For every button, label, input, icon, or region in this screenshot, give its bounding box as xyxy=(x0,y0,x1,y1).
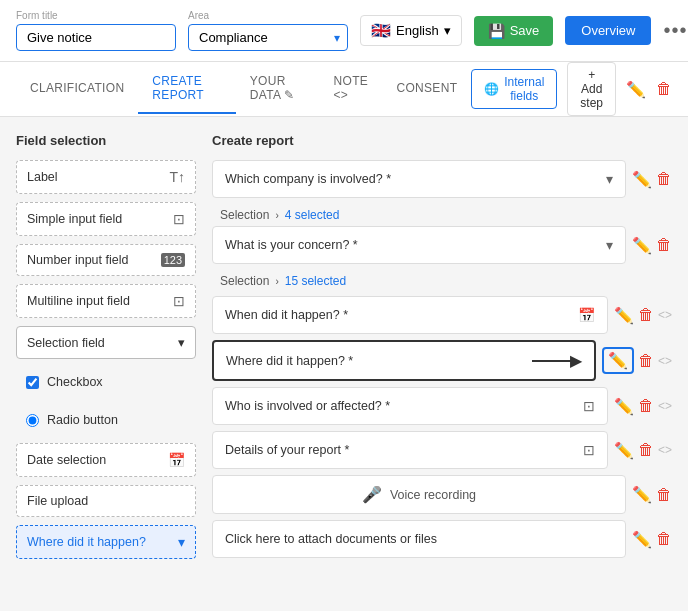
area-label: Area xyxy=(188,10,348,21)
edit-field-5-button[interactable]: ✏️ xyxy=(614,397,634,416)
internal-fields-label: Internal fields xyxy=(504,75,544,103)
code-field-6-button[interactable]: <> xyxy=(658,443,672,457)
report-row-7-actions: ✏️ 🗑 xyxy=(632,485,672,504)
report-field-who[interactable]: Who is involved or affected? * ⊡ xyxy=(212,387,608,425)
create-report-panel: Create report Which company is involved?… xyxy=(212,133,672,611)
report-field-concern[interactable]: What is your concern? * ▾ xyxy=(212,226,626,264)
sidebar-item-date[interactable]: Date selection 📅 xyxy=(16,443,196,477)
nav-right-actions: 🌐 Internal fields + Add step ✏️ 🗑 xyxy=(471,62,672,116)
radio-input[interactable] xyxy=(26,414,39,427)
report-field-voice[interactable]: 🎤 Voice recording xyxy=(212,475,626,514)
report-row-2-actions: ✏️ 🗑 xyxy=(632,236,672,255)
sidebar-item-multiline[interactable]: Multiline input field ⊡ xyxy=(16,284,196,318)
report-field-details[interactable]: Details of your report * ⊡ xyxy=(212,431,608,469)
selection-chevron-icon: ▾ xyxy=(178,335,185,350)
report-row-2: What is your concern? * ▾ ✏️ 🗑 xyxy=(212,226,672,264)
add-step-button[interactable]: + Add step xyxy=(567,62,616,116)
code-field-3-button[interactable]: <> xyxy=(658,308,672,322)
tab-note[interactable]: NOTE <> xyxy=(320,64,383,114)
report-row-3-actions: ✏️ 🗑 <> xyxy=(614,306,672,325)
edit-field-4-button[interactable]: ✏️ xyxy=(602,347,634,374)
delete-field-4-button[interactable]: 🗑 xyxy=(638,352,654,370)
report-row-7: 🎤 Voice recording ✏️ 🗑 xyxy=(212,475,672,514)
report-row-3: When did it happen? * 📅 ✏️ 🗑 <> xyxy=(212,296,672,334)
sidebar-item-selection[interactable]: Selection field ▾ xyxy=(16,326,196,359)
form-title-input[interactable] xyxy=(16,24,176,51)
form-title-group: Form title xyxy=(16,10,176,51)
tab-clarification[interactable]: CLARIFICATION xyxy=(16,71,138,107)
report-row-6-actions: ✏️ 🗑 <> xyxy=(614,441,672,460)
area-group: Area Compliance ▾ xyxy=(188,10,348,51)
nav-edit-button[interactable]: ✏️ xyxy=(626,80,646,99)
create-report-title: Create report xyxy=(212,133,672,148)
delete-field-3-button[interactable]: 🗑 xyxy=(638,306,654,324)
delete-field-2-button[interactable]: 🗑 xyxy=(656,236,672,254)
edit-field-3-button[interactable]: ✏️ xyxy=(614,306,634,325)
selection-label-2: Selection xyxy=(220,274,269,288)
edit-field-6-button[interactable]: ✏️ xyxy=(614,441,634,460)
more-button[interactable]: ••• xyxy=(663,19,687,42)
selection-count-2: 15 selected xyxy=(285,274,346,288)
edit-field-1-button[interactable]: ✏️ xyxy=(632,170,652,189)
tab-your-data[interactable]: YOUR DATA ✎ xyxy=(236,64,320,114)
delete-field-7-button[interactable]: 🗑 xyxy=(656,486,672,504)
report-field-where[interactable]: Where did it happen? * ▶ xyxy=(212,340,596,381)
code-field-5-button[interactable]: <> xyxy=(658,399,672,413)
save-button[interactable]: 💾 Save xyxy=(474,16,554,46)
report-row-6: Details of your report * ⊡ ✏️ 🗑 <> xyxy=(212,431,672,469)
arrow-indicator: ▶ xyxy=(532,351,582,370)
field-selection-title: Field selection xyxy=(16,133,196,148)
selection-count-1: 4 selected xyxy=(285,208,340,222)
language-button[interactable]: 🇬🇧 English ▾ xyxy=(360,15,462,46)
selection-chevron-1: › xyxy=(275,210,278,221)
save-label: Save xyxy=(510,23,540,38)
edit-field-7-button[interactable]: ✏️ xyxy=(632,485,652,504)
edit-field-2-button[interactable]: ✏️ xyxy=(632,236,652,255)
internal-fields-button[interactable]: 🌐 Internal fields xyxy=(471,69,557,109)
report-field-company[interactable]: Which company is involved? * ▾ xyxy=(212,160,626,198)
nav-delete-button[interactable]: 🗑 xyxy=(656,80,672,98)
sidebar-item-number-input[interactable]: Number input field 123 xyxy=(16,244,196,276)
report-row-8: Click here to attach documents or files … xyxy=(212,520,672,558)
report-field-attach[interactable]: Click here to attach documents or files xyxy=(212,520,626,558)
sidebar-item-radio[interactable]: Radio button xyxy=(16,405,196,435)
checkbox-input[interactable] xyxy=(26,376,39,389)
delete-field-8-button[interactable]: 🗑 xyxy=(656,530,672,548)
calendar-icon: 📅 xyxy=(168,452,185,468)
number-icon: 123 xyxy=(161,253,185,267)
sidebar-item-file-upload[interactable]: File upload xyxy=(16,485,196,517)
overview-button[interactable]: Overview xyxy=(565,16,651,45)
text-format-icon: T↑ xyxy=(169,169,185,185)
report-row-5: Who is involved or affected? * ⊡ ✏️ 🗑 <> xyxy=(212,387,672,425)
report-row-4: Where did it happen? * ▶ ✏️ 🗑 <> xyxy=(212,340,672,381)
nav-tabs: CLARIFICATION CREATE REPORT YOUR DATA ✎ … xyxy=(0,62,688,117)
report-field-when[interactable]: When did it happen? * 📅 xyxy=(212,296,608,334)
code-field-4-button[interactable]: <> xyxy=(658,354,672,368)
microphone-icon: 🎤 xyxy=(362,485,382,504)
sidebar-item-label[interactable]: Label T↑ xyxy=(16,160,196,194)
where-chevron-icon: ▾ xyxy=(178,534,185,550)
sidebar-item-where[interactable]: Where did it happen? ▾ xyxy=(16,525,196,559)
report-row-4-actions: ✏️ 🗑 <> xyxy=(602,347,672,374)
main-content: Field selection Label T↑ Simple input fi… xyxy=(0,117,688,611)
report-item-1: Which company is involved? * ▾ ✏️ 🗑 Sele… xyxy=(212,160,672,226)
report-row-1-actions: ✏️ 🗑 xyxy=(632,170,672,189)
top-bar: Form title Area Compliance ▾ 🇬🇧 English … xyxy=(0,0,688,62)
sidebar-item-simple-input[interactable]: Simple input field ⊡ xyxy=(16,202,196,236)
area-select[interactable]: Compliance xyxy=(188,24,348,51)
overview-label: Overview xyxy=(581,23,635,38)
delete-field-6-button[interactable]: 🗑 xyxy=(638,441,654,459)
calendar-icon-3: 📅 xyxy=(578,307,595,323)
edit-field-8-button[interactable]: ✏️ xyxy=(632,530,652,549)
delete-field-5-button[interactable]: 🗑 xyxy=(638,397,654,415)
tab-create-report[interactable]: CREATE REPORT xyxy=(138,64,235,114)
sidebar-item-checkbox[interactable]: Checkbox xyxy=(16,367,196,397)
tab-consent[interactable]: CONSENT xyxy=(383,71,472,107)
chevron-down-icon-2: ▾ xyxy=(606,237,613,253)
delete-field-1-button[interactable]: 🗑 xyxy=(656,170,672,188)
report-row-8-actions: ✏️ 🗑 xyxy=(632,530,672,549)
input-icon: ⊡ xyxy=(173,211,185,227)
edit-icon: ✏️ xyxy=(626,81,646,98)
report-row-1: Which company is involved? * ▾ ✏️ 🗑 xyxy=(212,160,672,198)
report-item-2: What is your concern? * ▾ ✏️ 🗑 Selection… xyxy=(212,226,672,292)
